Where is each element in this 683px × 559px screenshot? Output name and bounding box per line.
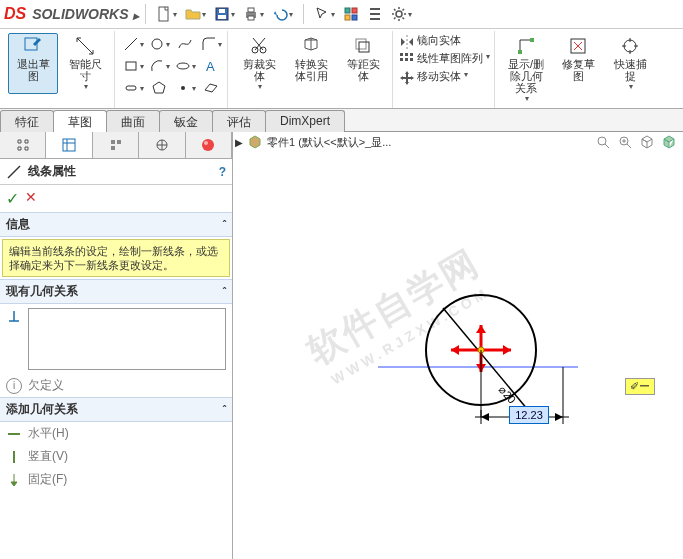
quick-snap-button[interactable]: 快速捕 捉▾ <box>605 33 655 106</box>
save-button[interactable]: ▾ <box>210 2 239 26</box>
linear-pattern-button[interactable]: 线性草图阵列▾ <box>399 52 490 68</box>
svg-rect-21 <box>356 39 366 49</box>
print-button[interactable]: ▾ <box>239 2 268 26</box>
svg-rect-27 <box>405 58 408 61</box>
plane-tool[interactable] <box>199 78 223 98</box>
tab-surface[interactable]: 曲面 <box>106 110 160 132</box>
tab-sheetmetal[interactable]: 钣金 <box>159 110 213 132</box>
config-manager-tab[interactable] <box>93 132 139 158</box>
dimxpert-manager-tab[interactable] <box>139 132 185 158</box>
line-icon <box>6 164 22 180</box>
panel-title: 线条属性 <box>28 163 76 180</box>
existing-relations-header[interactable]: 现有几何关系ˆ <box>0 279 232 304</box>
convert-entities-button[interactable]: 转换实 体引用 <box>286 33 336 94</box>
rectangle-tool[interactable]: ▾ <box>121 56 145 76</box>
polygon-tool[interactable] <box>147 78 171 98</box>
property-manager-tab[interactable] <box>46 132 92 158</box>
existing-relations-list[interactable] <box>28 308 226 370</box>
spline-tool[interactable] <box>173 34 197 54</box>
undo-button[interactable]: ▾ <box>268 2 297 26</box>
svg-rect-29 <box>518 50 522 54</box>
add-fixed-relation[interactable]: 固定(F) <box>0 468 232 491</box>
app-menu-dropdown[interactable]: ▶ <box>132 12 139 21</box>
settings-button[interactable]: ▾ <box>387 2 416 26</box>
svg-rect-26 <box>400 58 403 61</box>
cursor-feedback-label: ✐ー <box>625 378 655 395</box>
svg-text:A: A <box>206 59 215 74</box>
display-manager-tab[interactable] <box>186 132 232 158</box>
app-logo: DS SOLIDWORKS ▶ <box>4 5 139 23</box>
dimension-value-input[interactable] <box>509 406 549 424</box>
point-tool[interactable]: ▾ <box>173 78 197 98</box>
ellipse-tool[interactable]: ▾ <box>173 56 197 76</box>
fillet-tool[interactable]: ▾ <box>199 34 223 54</box>
svg-rect-22 <box>359 42 369 52</box>
tab-evaluate[interactable]: 评估 <box>212 110 266 132</box>
new-file-button[interactable]: ▾ <box>152 2 181 26</box>
info-icon: i <box>6 378 22 394</box>
relation-perp-icon <box>6 308 22 327</box>
info-section-header[interactable]: 信息ˆ <box>0 212 232 237</box>
sketch-canvas[interactable]: ⌀20 <box>233 132 683 559</box>
smart-dim-label: 智能尺 寸 <box>69 58 102 82</box>
slot-tool[interactable]: ▾ <box>121 78 145 98</box>
circle-tool[interactable]: ▾ <box>147 34 171 54</box>
ribbon: 退出草 图 智能尺 寸 ▾ ▾ ▾ ▾ ▾ ▾ ▾ A ▾ ▾ <box>0 29 683 109</box>
rebuild-button[interactable] <box>339 2 363 26</box>
underdefined-status: i 欠定义 <box>0 374 232 397</box>
svg-point-11 <box>396 11 402 17</box>
tab-dimxpert[interactable]: DimXpert <box>265 110 345 132</box>
svg-point-35 <box>202 139 214 151</box>
tab-features[interactable]: 特征 <box>0 110 54 132</box>
svg-rect-8 <box>352 8 357 13</box>
exit-sketch-button[interactable]: 退出草 图 <box>8 33 58 94</box>
select-button[interactable]: ▾ <box>310 2 339 26</box>
ok-button[interactable]: ✓ <box>6 189 19 208</box>
add-relations-header[interactable]: 添加几何关系ˆ <box>0 397 232 422</box>
cancel-button[interactable]: ✕ <box>25 189 37 208</box>
info-message: 编辑当前线条的设定，绘制一新线条，或选择确定来为下一新线条更改设定。 <box>2 239 230 277</box>
display-relations-button[interactable]: 显示/删 除几何 关系▾ <box>501 33 551 106</box>
move-entities-button[interactable]: 移动实体▾ <box>399 70 468 86</box>
svg-rect-0 <box>159 7 168 21</box>
svg-rect-25 <box>410 53 413 56</box>
options-list-button[interactable] <box>363 2 387 26</box>
sketch-tools-group: ▾ ▾ ▾ ▾ ▾ ▾ A ▾ ▾ <box>117 31 228 108</box>
svg-rect-30 <box>530 38 534 42</box>
exit-sketch-label: 退出草 图 <box>17 58 50 82</box>
arc-tool[interactable]: ▾ <box>147 56 171 76</box>
svg-point-13 <box>152 39 162 49</box>
smart-dimension-button[interactable]: 智能尺 寸 ▾ <box>60 33 110 94</box>
command-manager-tabs: 特征 草图 曲面 钣金 评估 DimXpert <box>0 109 683 132</box>
graphics-viewport[interactable]: ▶ 零件1 (默认<<默认>_显... 软件自学网WWW.RJZXW.COM ⌀… <box>233 132 683 559</box>
svg-rect-9 <box>345 15 350 20</box>
text-tool[interactable]: A <box>199 56 223 76</box>
svg-rect-28 <box>410 58 413 61</box>
svg-rect-33 <box>63 139 75 151</box>
svg-rect-2 <box>219 9 225 13</box>
svg-rect-14 <box>126 62 136 70</box>
trim-entities-button[interactable]: 剪裁实 体▾ <box>234 33 284 94</box>
repair-sketch-button[interactable]: 修复草 图 <box>553 33 603 106</box>
add-vertical-relation[interactable]: 竖直(V) <box>0 445 232 468</box>
svg-point-18 <box>181 86 185 90</box>
help-button[interactable]: ? <box>219 165 226 179</box>
svg-rect-17 <box>126 86 136 90</box>
app-name: SOLIDWORKS <box>32 6 128 22</box>
open-file-button[interactable]: ▾ <box>181 2 210 26</box>
tab-sketch[interactable]: 草图 <box>53 110 107 132</box>
svg-point-36 <box>204 141 208 145</box>
ds-logo-icon: DS <box>4 5 28 22</box>
svg-rect-24 <box>405 53 408 56</box>
offset-entities-button[interactable]: 等距实 体 <box>338 33 388 94</box>
svg-point-15 <box>177 63 189 69</box>
add-horizontal-relation[interactable]: 水平(H) <box>0 422 232 445</box>
svg-rect-7 <box>345 8 350 13</box>
feature-tree-tab[interactable] <box>0 132 46 158</box>
mirror-entities-button[interactable]: 镜向实体 <box>399 34 461 50</box>
svg-rect-6 <box>248 16 254 20</box>
svg-rect-3 <box>218 15 226 19</box>
line-tool[interactable]: ▾ <box>121 34 145 54</box>
property-manager-panel: 线条属性 ? ✓ ✕ 信息ˆ 编辑当前线条的设定，绘制一新线条，或选择确定来为下… <box>0 132 233 559</box>
svg-rect-10 <box>352 15 357 20</box>
